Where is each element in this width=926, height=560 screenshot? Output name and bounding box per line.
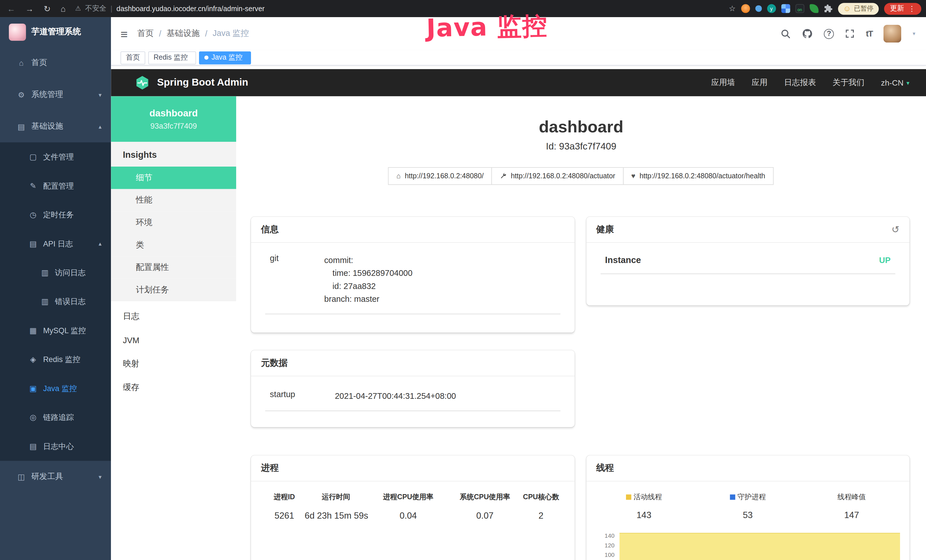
breadcrumb-home[interactable]: 首页 <box>137 28 154 39</box>
tab-java-monitor[interactable]: Java 监控 <box>199 51 251 64</box>
git-key: git <box>270 253 324 305</box>
sba-nav-applications[interactable]: 应用 <box>752 77 768 88</box>
fox-extension-icon[interactable] <box>741 4 750 13</box>
address-bar[interactable]: ⚠ 不安全 | dashboard.yudao.iocoder.cn/infra… <box>75 3 264 14</box>
process-col-header: 进程ID <box>265 489 303 506</box>
forward-icon[interactable]: → <box>26 4 34 13</box>
font-size-icon[interactable]: tT <box>866 29 872 38</box>
daemon-threads-value: 53 <box>696 506 800 524</box>
heart-icon: ♥ <box>631 172 635 180</box>
breadcrumb-separator: / <box>205 29 207 38</box>
reload-icon[interactable]: ↻ <box>44 4 50 13</box>
hamburger-icon[interactable]: ≡ <box>120 27 127 40</box>
drop-extension-icon[interactable] <box>755 5 762 12</box>
fullscreen-icon[interactable] <box>845 29 855 38</box>
instance-id: 93a3fc7f7409 <box>150 121 197 130</box>
process-card: 进程 进程ID 运行时间 进程CPU使用率 <box>251 456 574 560</box>
search-icon[interactable] <box>781 29 791 38</box>
service-url-button[interactable]: ⌂ http://192.168.0.2:48080/ <box>388 167 492 185</box>
startup-key: startup <box>270 389 335 403</box>
legend-label: 守护进程 <box>737 493 766 501</box>
page-title: dashboard <box>236 118 926 136</box>
menu-item-caches[interactable]: 缓存 <box>111 376 236 400</box>
history-icon[interactable]: ↺ <box>891 224 899 235</box>
github-icon[interactable] <box>802 28 813 39</box>
sba-nav-wallboard[interactable]: 应用墙 <box>711 77 735 88</box>
sidebar-item-java-monitor[interactable]: ▣ Java 监控 <box>0 374 111 403</box>
user-avatar[interactable] <box>884 25 902 42</box>
process-card-title: 进程 <box>261 462 278 474</box>
back-icon[interactable]: ← <box>7 4 15 13</box>
tab-redis-monitor[interactable]: Redis 监控 <box>148 51 196 64</box>
grid-extension-icon[interactable] <box>781 4 790 13</box>
health-instance-label: Instance <box>605 255 641 265</box>
sidebar-item-label: 配置管理 <box>43 180 74 191</box>
sba-nav-journal[interactable]: 日志报表 <box>784 77 816 88</box>
sidebar-item-infrastructure[interactable]: ▤ 基础设施 ▴ <box>0 110 111 142</box>
browser-menu-icon[interactable]: ⋮ <box>908 5 915 13</box>
file-icon: ▢ <box>28 152 38 161</box>
sidebar-item-label: 基础设施 <box>31 121 63 132</box>
health-card: 健康 ↺ Instance UP <box>586 217 909 306</box>
legend-peak-threads: 线程峰值 <box>800 489 903 506</box>
menu-item-logs[interactable]: 日志 <box>111 305 236 328</box>
annotation-java-monitor: Java 监控 <box>426 9 548 45</box>
sidebar-item-tracing[interactable]: ◎ 链路追踪 <box>0 403 111 431</box>
puzzle-extensions-icon[interactable] <box>824 4 832 13</box>
app-logo-row[interactable]: 芋道管理系统 <box>0 17 111 47</box>
health-instance-row[interactable]: Instance UP <box>600 249 895 274</box>
startup-row: startup 2021-04-27T00:44:31.254+08:00 <box>265 383 560 411</box>
menu-item-config-props[interactable]: 配置属性 <box>111 256 236 279</box>
sidebar-item-mysql-monitor[interactable]: ▦ MySQL 监控 <box>0 316 111 345</box>
browser-home-icon[interactable]: ⌂ <box>61 4 66 13</box>
sidebar-item-label: 文件管理 <box>43 151 74 162</box>
locale-selector[interactable]: zh-CN ▾ <box>881 78 909 87</box>
sba-nav-about[interactable]: 关于我们 <box>832 77 864 88</box>
menu-item-jvm[interactable]: JVM <box>111 328 236 352</box>
threads-card: 线程 活动线程 <box>586 456 909 560</box>
leaf-extension-icon[interactable] <box>809 4 818 13</box>
sidebar-item-api-logs[interactable]: ▤ API 日志 ▴ <box>0 229 111 258</box>
sba-logo-icon <box>135 75 150 91</box>
infrastructure-submenu: ▢ 文件管理 ✎ 配置管理 ◷ 定时任务 ▤ API 日志 ▴ ▥ <box>0 142 111 461</box>
menu-item-classes[interactable]: 类 <box>111 234 236 256</box>
sidebar-item-log-center[interactable]: ▤ 日志中心 <box>0 432 111 461</box>
doc-icon: ▥ <box>40 297 50 306</box>
menu-item-scheduled-tasks[interactable]: 计划任务 <box>111 279 236 301</box>
teal-extension-icon[interactable]: y <box>767 4 776 13</box>
y-axis-tick: 140 <box>592 533 614 539</box>
sidebar-item-config-management[interactable]: ✎ 配置管理 <box>0 171 111 200</box>
menu-item-performance[interactable]: 性能 <box>111 189 236 212</box>
actuator-url-button[interactable]: http://192.168.0.2:48080/actuator <box>492 167 623 185</box>
chevron-down-icon: ▾ <box>906 80 909 86</box>
wrench-icon <box>500 173 507 180</box>
security-label: 不安全 <box>85 3 106 14</box>
sidebar-item-home[interactable]: ⌂ 首页 <box>0 47 111 79</box>
infra-icon: ▤ <box>17 122 26 131</box>
update-button[interactable]: 更新 ⋮ <box>884 3 921 14</box>
instance-header[interactable]: dashboard 93a3fc7f7409 <box>111 97 236 142</box>
health-url-button[interactable]: ♥ http://192.168.0.2:48080/actuator/heal… <box>623 167 773 185</box>
active-dot <box>204 56 209 60</box>
sidebar-item-file-management[interactable]: ▢ 文件管理 <box>0 142 111 171</box>
on-badge-extension-icon[interactable]: on <box>795 4 804 13</box>
help-icon[interactable]: ? <box>824 29 834 38</box>
menu-item-environment[interactable]: 环境 <box>111 211 236 234</box>
sidebar-item-redis-monitor[interactable]: ◈ Redis 监控 <box>0 345 111 374</box>
tab-home[interactable]: 首页 <box>120 51 145 64</box>
sba-brand[interactable]: Spring Boot Admin <box>135 75 248 91</box>
bookmark-star-icon[interactable]: ☆ <box>729 4 735 13</box>
threads-chart: 140 120 100 <box>592 531 903 560</box>
paused-badge[interactable]: ☺ 已暂停 <box>838 3 879 14</box>
sidebar-item-access-logs[interactable]: ▥ 访问日志 <box>0 258 111 287</box>
sidebar-item-scheduled-jobs[interactable]: ◷ 定时任务 <box>0 200 111 229</box>
sidebar-item-error-logs[interactable]: ▥ 错误日志 <box>0 287 111 316</box>
actuator-url: http://192.168.0.2:48080/actuator <box>511 172 615 180</box>
breadcrumb-infrastructure[interactable]: 基础设施 <box>166 28 200 39</box>
breadcrumb: 首页 / 基础设施 / Java 监控 <box>137 28 249 39</box>
menu-item-mappings[interactable]: 映射 <box>111 352 236 376</box>
menu-item-details[interactable]: 细节 <box>111 166 236 189</box>
sidebar-item-system[interactable]: ⚙ 系统管理 ▾ <box>0 79 111 110</box>
health-url: http://192.168.0.2:48080/actuator/health <box>639 172 765 180</box>
sidebar-item-dev-tools[interactable]: ◫ 研发工具 ▾ <box>0 461 111 493</box>
